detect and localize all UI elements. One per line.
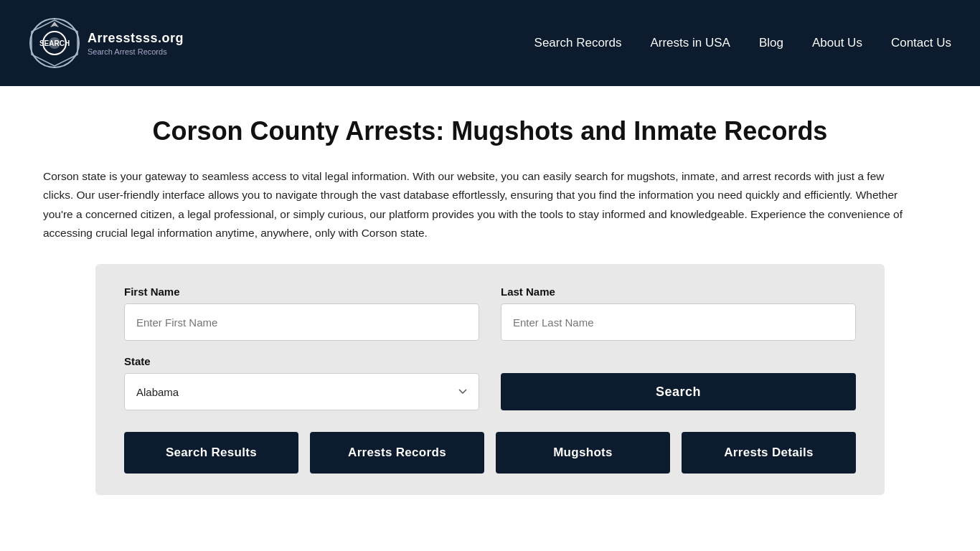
logo-title: Arresstsss.org xyxy=(88,31,184,46)
main-nav: Search Records Arrests in USA Blog About… xyxy=(534,36,951,50)
bottom-buttons: Search Results Arrests Records Mugshots … xyxy=(124,432,856,474)
last-name-group: Last Name xyxy=(501,286,856,341)
search-button[interactable]: Search xyxy=(501,373,856,410)
arrests-details-button[interactable]: Arrests Details xyxy=(682,432,856,474)
nav-contact-us[interactable]: Contact Us xyxy=(891,36,951,50)
first-name-group: First Name xyxy=(124,286,479,341)
logo-icon: SEARCH xyxy=(29,17,80,69)
search-results-button[interactable]: Search Results xyxy=(124,432,298,474)
state-select[interactable]: Alabama Alaska Arizona Arkansas Californ… xyxy=(124,373,479,410)
svg-text:SEARCH: SEARCH xyxy=(39,39,70,47)
first-name-label: First Name xyxy=(124,286,479,298)
state-search-row: State Alabama Alaska Arizona Arkansas Ca… xyxy=(124,355,856,410)
state-label: State xyxy=(124,355,479,367)
page-description: Corson state is your gateway to seamless… xyxy=(43,167,904,242)
logo-area[interactable]: SEARCH Arresstsss.org Search Arrest Reco… xyxy=(29,17,184,69)
logo-subtitle: Search Arrest Records xyxy=(88,47,184,56)
search-button-wrap: Search xyxy=(501,373,856,410)
last-name-input[interactable] xyxy=(501,303,856,341)
last-name-label: Last Name xyxy=(501,286,856,298)
mugshots-button[interactable]: Mugshots xyxy=(496,432,670,474)
state-group: State Alabama Alaska Arizona Arkansas Ca… xyxy=(124,355,479,410)
nav-arrests-in-usa[interactable]: Arrests in USA xyxy=(650,36,730,50)
nav-blog[interactable]: Blog xyxy=(759,36,783,50)
nav-search-records[interactable]: Search Records xyxy=(534,36,622,50)
page-title: Corson County Arrests: Mugshots and Inma… xyxy=(43,115,937,147)
arrests-records-button[interactable]: Arrests Records xyxy=(310,432,484,474)
logo-text-block: Arresstsss.org Search Arrest Records xyxy=(88,31,184,56)
first-name-input[interactable] xyxy=(124,303,479,341)
name-row: First Name Last Name xyxy=(124,286,856,341)
svg-marker-5 xyxy=(50,22,59,27)
site-header: SEARCH Arresstsss.org Search Arrest Reco… xyxy=(0,0,980,86)
nav-about-us[interactable]: About Us xyxy=(812,36,862,50)
main-content: Corson County Arrests: Mugshots and Inma… xyxy=(0,86,980,551)
search-card: First Name Last Name State Alabama Alask… xyxy=(95,264,885,495)
